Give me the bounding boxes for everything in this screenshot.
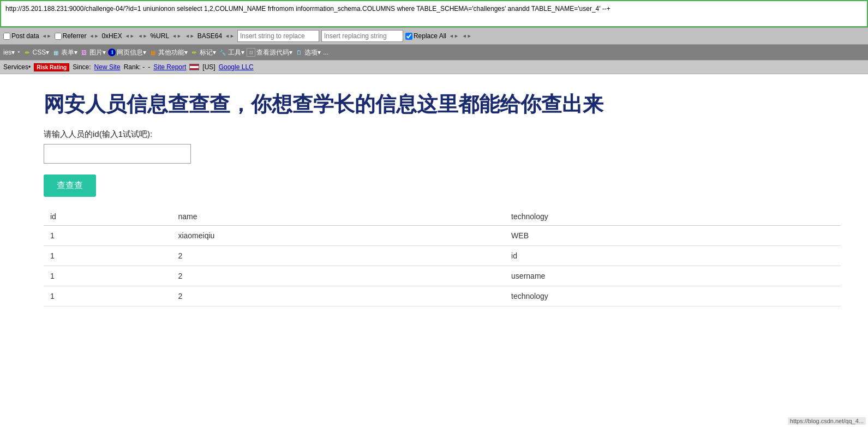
- rank-text: Rank: -: [124, 63, 145, 71]
- tb2-ies[interactable]: ies▾: [3, 49, 15, 56]
- tb2-img[interactable]: 🖼 图片▾: [80, 48, 106, 57]
- referrer-checkbox[interactable]: [55, 33, 62, 40]
- tb2-dots-label: ...: [323, 49, 328, 56]
- table-header: idnametechnology: [44, 208, 841, 226]
- css-icon: ✏: [23, 48, 32, 57]
- cell-name: 2: [171, 286, 505, 306]
- flag-icon: [189, 64, 199, 70]
- tb2-info-label: 网页信息▾: [117, 48, 146, 57]
- tb2-ies-label: ies▾: [3, 49, 15, 56]
- post-data-checkbox-group[interactable]: Post data: [3, 32, 39, 40]
- cell-name: 2: [171, 266, 505, 286]
- risk-badge: Risk Rating: [34, 63, 69, 71]
- since-text: Since:: [73, 63, 91, 71]
- new-site-link[interactable]: New Site: [94, 63, 121, 71]
- sep7: [224, 33, 235, 39]
- referrer-checkbox-group[interactable]: Referrer: [55, 32, 87, 40]
- sep4: [137, 33, 148, 39]
- tb2-other[interactable]: ▦ 其他功能▾: [148, 48, 188, 57]
- tb2-tool-label: 工具▾: [228, 48, 244, 57]
- info-icon: ℹ: [108, 49, 116, 56]
- referrer-label: Referrer: [63, 32, 87, 40]
- replace-all-label: Replace All: [414, 32, 446, 40]
- form-label: 请输入人员的id(输入1试试吧):: [44, 129, 841, 140]
- sep2: [89, 33, 100, 39]
- tb2-mark-label: 标记▾: [200, 48, 216, 57]
- form-section: 请输入人员的id(输入1试试吧): 查查查: [44, 129, 841, 208]
- post-data-checkbox[interactable]: [3, 33, 10, 40]
- hex-label: 0xHEX: [101, 32, 122, 40]
- col-id-header: id: [44, 208, 171, 226]
- cell-technology: technology: [505, 286, 841, 306]
- tb2-src-label: 查看源代码▾: [256, 48, 292, 57]
- insert-replace-input[interactable]: [237, 30, 319, 42]
- header-row: idnametechnology: [44, 208, 841, 226]
- insert-replacing-input[interactable]: [321, 30, 403, 42]
- base64-label: BASE64: [197, 32, 222, 40]
- table-body: 1xiaomeiqiuWEB12id12username12technology: [44, 226, 841, 306]
- cell-id: 1: [44, 246, 171, 266]
- col-technology-header: technology: [505, 208, 841, 226]
- replace-all-checkbox[interactable]: [405, 33, 412, 40]
- tb2-src[interactable]: ⊡ 查看源代码▾: [247, 48, 292, 57]
- tb2-img-label: 图片▾: [89, 48, 106, 57]
- cell-id: 1: [44, 226, 171, 246]
- tb2-css[interactable]: ✏ CSS▾: [23, 48, 50, 57]
- other-icon: ▦: [148, 48, 157, 57]
- id-input-wrapper: [44, 144, 841, 164]
- company-link[interactable]: Google LLC: [219, 63, 254, 71]
- url-text: http://35.201.188.231:9000/challenge-04/…: [5, 4, 610, 14]
- main-content: 网安人员信息查查查，你想查学长的信息这里都能给你查出来 请输入人员的id(输入1…: [0, 74, 868, 323]
- replace-all-checkbox-group[interactable]: Replace All: [405, 32, 446, 40]
- table-row: 12technology: [44, 286, 841, 306]
- tb2-table-label: 表单▾: [61, 48, 77, 57]
- cell-name: 2: [171, 246, 505, 266]
- tb2-other-label: 其他功能▾: [158, 48, 188, 57]
- mark-icon: ✏: [190, 48, 199, 57]
- id-input[interactable]: [44, 144, 191, 164]
- table-icon: ▦: [51, 48, 60, 57]
- tool-icon: 🔧: [218, 48, 227, 57]
- services-label: Services•: [3, 63, 31, 71]
- tb2-tool[interactable]: 🔧 工具▾: [218, 48, 244, 57]
- cell-technology: username: [505, 266, 841, 286]
- img-icon: 🖼: [80, 48, 88, 57]
- tb2-info[interactable]: ℹ 网页信息▾: [108, 48, 146, 57]
- sel-icon: 🗒: [295, 48, 303, 57]
- table-row: 1xiaomeiqiuWEB: [44, 226, 841, 246]
- table-row: 12username: [44, 266, 841, 286]
- sep8: [448, 33, 459, 39]
- sep3: [124, 33, 135, 39]
- cell-technology: id: [505, 246, 841, 266]
- col-name-header: name: [171, 208, 505, 226]
- tb2-table[interactable]: ▦ 表单▾: [51, 48, 77, 57]
- site-report-link[interactable]: Site Report: [153, 63, 186, 71]
- post-data-label: Post data: [11, 32, 39, 40]
- sep6: [184, 33, 195, 39]
- url-label: %URL: [150, 32, 169, 40]
- sep9: [462, 33, 472, 39]
- tb2-sel[interactable]: 🗒 选项▾: [295, 48, 321, 57]
- results-table: idnametechnology 1xiaomeiqiuWEB12id12use…: [44, 208, 841, 306]
- page-heading: 网安人员信息查查查，你想查学长的信息这里都能给你查出来: [44, 91, 841, 118]
- cell-name: xiaomeiqiu: [171, 226, 505, 246]
- url-bar[interactable]: http://35.201.188.231:9000/challenge-04/…: [0, 0, 868, 27]
- sep1: [41, 33, 52, 39]
- cell-id: 1: [44, 286, 171, 306]
- tb2-dots[interactable]: ...: [323, 49, 328, 56]
- table-row: 12id: [44, 246, 841, 266]
- toolbar1: Post data Referrer 0xHEX %URL BASE64 Rep…: [0, 27, 868, 45]
- country-code: [US]: [202, 63, 215, 71]
- toolbar2: ies▾ • ✏ CSS▾ ▦ 表单▾ 🖼 图片▾ ℹ 网页信息▾ ▦ 其他功能…: [0, 45, 868, 60]
- toolbar3: Services• Risk Rating Since: New Site Ra…: [0, 60, 868, 74]
- tb2-css-label: CSS▾: [33, 49, 50, 56]
- sep5: [171, 33, 182, 39]
- tb2-mark[interactable]: ✏ 标记▾: [190, 48, 216, 57]
- src-icon: ⊡: [247, 48, 255, 57]
- submit-button[interactable]: 查查查: [44, 175, 96, 197]
- cell-id: 1: [44, 266, 171, 286]
- cell-technology: WEB: [505, 226, 841, 246]
- tb2-sel-label: 选项▾: [304, 48, 321, 57]
